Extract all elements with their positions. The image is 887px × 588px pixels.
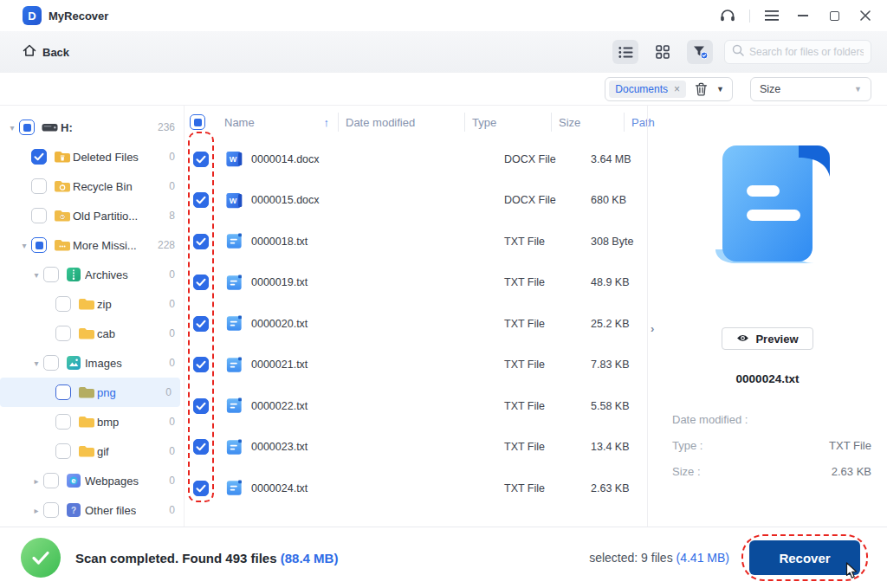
size-dropdown[interactable]: Size ▼ bbox=[750, 77, 871, 101]
filter-tag-documents[interactable]: Documents × bbox=[609, 81, 686, 98]
sidebar-item-gif[interactable]: gif0 bbox=[0, 436, 184, 466]
maximize-icon[interactable] bbox=[821, 4, 847, 27]
preview-panel: › bbox=[647, 106, 887, 527]
selection-summary: selected: 9 files (4.41 MB) bbox=[589, 551, 729, 565]
selected-size: (4.41 MB) bbox=[677, 551, 729, 565]
filter-tag-label: Documents bbox=[615, 83, 668, 95]
caret-down-icon[interactable]: ▾ bbox=[29, 359, 43, 368]
caret-down-icon[interactable]: ▾ bbox=[17, 241, 31, 250]
sidebar-item-label: Old Partitio... bbox=[73, 210, 138, 223]
checkbox[interactable] bbox=[43, 267, 59, 282]
sidebar-item-bmp[interactable]: bmp0 bbox=[0, 407, 184, 436]
close-icon[interactable] bbox=[852, 4, 878, 27]
checkbox[interactable] bbox=[55, 443, 71, 459]
sidebar-item-label: cab bbox=[97, 327, 115, 340]
folder-icon bbox=[78, 326, 97, 340]
search-input[interactable] bbox=[749, 46, 864, 58]
checkbox[interactable] bbox=[43, 473, 59, 488]
cell-type: DOCX File bbox=[497, 194, 584, 206]
checkbox[interactable] bbox=[31, 208, 47, 223]
preview-button[interactable]: Preview bbox=[722, 327, 813, 350]
grid-view-icon[interactable] bbox=[650, 40, 676, 64]
item-count: 0 bbox=[169, 327, 175, 339]
table-row[interactable]: 0000020.txtTXT File25.2 KB bbox=[185, 303, 647, 345]
table-row[interactable]: 0000019.txtTXT File48.9 KB bbox=[185, 262, 647, 304]
caret-down-icon[interactable]: ▾ bbox=[5, 123, 19, 132]
row-checkbox[interactable] bbox=[193, 192, 209, 208]
sidebar-item-recycle-bin[interactable]: Recycle Bin0 bbox=[0, 171, 184, 201]
menu-icon[interactable] bbox=[759, 4, 785, 27]
filter-icon[interactable] bbox=[687, 40, 713, 64]
remove-tag-icon[interactable]: × bbox=[674, 83, 680, 95]
row-checkbox[interactable] bbox=[193, 481, 209, 496]
row-checkbox[interactable] bbox=[193, 152, 209, 167]
column-header-type[interactable]: Type bbox=[464, 113, 551, 132]
sidebar-item-cab[interactable]: cab0 bbox=[0, 319, 184, 348]
sidebar-item-png[interactable]: png0 bbox=[0, 378, 180, 407]
success-check-icon bbox=[21, 538, 61, 578]
chevron-down-icon[interactable]: ▼ bbox=[716, 85, 724, 94]
sidebar-item-label: Images bbox=[85, 357, 122, 370]
checkbox[interactable] bbox=[31, 178, 47, 194]
select-all-checkbox[interactable] bbox=[190, 114, 205, 130]
checkbox[interactable] bbox=[31, 149, 47, 165]
checkbox[interactable] bbox=[43, 355, 59, 371]
caret-right-icon[interactable]: ▸ bbox=[29, 506, 43, 515]
column-header-size[interactable]: Size bbox=[551, 113, 624, 132]
recover-button[interactable]: Recover bbox=[749, 540, 860, 575]
caret-down-icon[interactable]: ▾ bbox=[29, 270, 43, 280]
table-row[interactable]: 0000023.txtTXT File13.4 KB bbox=[185, 427, 647, 468]
filter-bar: Documents × ▼ Size ▼ bbox=[0, 73, 887, 106]
sidebar-item-label: Webpages bbox=[85, 475, 139, 488]
collapse-panel-icon[interactable]: › bbox=[651, 322, 654, 335]
cell-size: 13.4 KB bbox=[584, 441, 657, 453]
checkbox[interactable] bbox=[43, 502, 59, 518]
row-checkbox[interactable] bbox=[193, 275, 209, 290]
row-checkbox[interactable] bbox=[193, 398, 209, 414]
sidebar-item-other-files[interactable]: ▸?Other files0 bbox=[0, 495, 184, 525]
checkbox[interactable] bbox=[19, 120, 35, 135]
sidebar-item-deleted-files[interactable]: Deleted Files0 bbox=[0, 142, 184, 171]
txt-file-icon bbox=[224, 231, 244, 251]
table-row[interactable]: 0000018.txtTXT File308 Byte bbox=[185, 221, 647, 262]
sidebar-item-zip[interactable]: zip0 bbox=[0, 289, 184, 319]
sidebar-item-images[interactable]: ▾Images0 bbox=[0, 348, 184, 378]
checkbox[interactable] bbox=[55, 384, 71, 400]
sidebar-item-old-partitio[interactable]: Old Partitio...8 bbox=[0, 201, 184, 230]
sidebar-item-more-missi[interactable]: ▾More Missi...228 bbox=[0, 230, 184, 260]
table-row[interactable]: 0000022.txtTXT File5.58 KB bbox=[185, 385, 647, 427]
cell-type: TXT File bbox=[497, 276, 584, 288]
back-button[interactable]: Back bbox=[23, 44, 69, 60]
table-row[interactable]: 0000024.txtTXT File2.63 KB bbox=[185, 468, 647, 509]
sidebar-item-label: More Missi... bbox=[73, 239, 137, 252]
list-view-icon[interactable] bbox=[612, 40, 638, 64]
checkbox[interactable] bbox=[55, 326, 71, 341]
sidebar-item-webpages[interactable]: ▸eWebpages0 bbox=[0, 466, 184, 495]
table-row[interactable]: W0000014.docxDOCX File3.64 MB bbox=[185, 139, 647, 180]
sidebar-item-label: bmp bbox=[97, 416, 119, 429]
row-checkbox[interactable] bbox=[193, 439, 209, 455]
sidebar-item-h[interactable]: ▾H:236 bbox=[0, 113, 184, 142]
row-checkbox[interactable] bbox=[193, 234, 209, 249]
cell-size: 7.83 KB bbox=[584, 359, 657, 371]
checkbox[interactable] bbox=[55, 296, 71, 312]
txt-file-icon bbox=[224, 437, 244, 457]
trash-icon[interactable] bbox=[695, 82, 708, 96]
file-name: 0000014.docx bbox=[251, 153, 320, 165]
row-checkbox[interactable] bbox=[193, 357, 209, 372]
column-header-name[interactable]: Name ↑ bbox=[217, 113, 338, 132]
table-row[interactable]: 0000021.txtTXT File7.83 KB bbox=[185, 345, 647, 386]
caret-right-icon[interactable]: ▸ bbox=[29, 476, 43, 486]
sidebar-item-archives[interactable]: ▾Archives0 bbox=[0, 260, 184, 289]
table-row[interactable]: W0000015.docxDOCX File680 KB bbox=[185, 180, 647, 222]
item-count: 0 bbox=[169, 504, 175, 516]
sort-asc-icon[interactable]: ↑ bbox=[324, 116, 330, 129]
row-checkbox[interactable] bbox=[193, 316, 209, 332]
headphones-icon[interactable] bbox=[715, 4, 741, 27]
minimize-icon[interactable] bbox=[790, 4, 816, 27]
checkbox[interactable] bbox=[31, 237, 47, 253]
cell-type: TXT File bbox=[497, 441, 584, 453]
file-name: 0000019.txt bbox=[251, 276, 308, 288]
column-header-date-modified[interactable]: Date modified bbox=[338, 113, 464, 132]
checkbox[interactable] bbox=[55, 414, 71, 430]
